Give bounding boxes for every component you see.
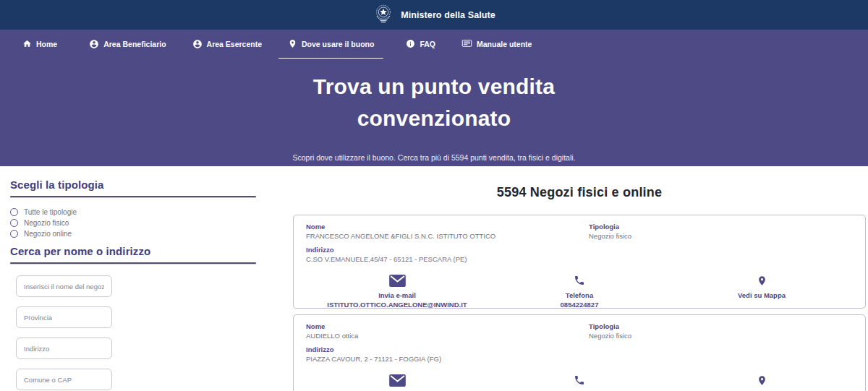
indirizzo-label: Indirizzo xyxy=(306,245,589,254)
comune-cap-input[interactable] xyxy=(16,369,112,390)
nav-item-manuale-utente[interactable]: Manuale utente xyxy=(452,32,541,56)
search-heading: Cerca per nome o indirizzo xyxy=(10,245,260,257)
phone-action-label: Telefona xyxy=(566,291,593,299)
nav-item-area-esercente[interactable]: Area Esercente xyxy=(183,32,271,56)
provincia-input[interactable] xyxy=(16,306,112,328)
map-action-label: Vedi su Mappa xyxy=(738,291,786,299)
phone-action-value[interactable]: 0854224827 xyxy=(561,301,599,309)
main-nav: Home Area Beneficiario Area Esercente Do… xyxy=(0,30,868,58)
radio-tutte-le-tipologie[interactable]: Tutte le tipologie xyxy=(10,208,260,216)
search-inputs xyxy=(10,275,260,390)
person-icon xyxy=(89,39,99,49)
nav-item-dove-usare-il-buono[interactable]: Dove usare il buono xyxy=(278,32,383,56)
tipologia-value: Negozio fisico xyxy=(589,331,853,340)
page-title-line1: Trova un punto vendita xyxy=(313,74,555,98)
page-subtitle: Scopri dove utilizzare il buono. Cerca t… xyxy=(0,153,868,162)
typology-radio-group: Tutte le tipologie Negozio fisico Negozi… xyxy=(10,208,260,238)
tipologia-label: Tipologia xyxy=(589,222,853,231)
filter-sidebar: Scegli la tipologia Tutte le tipologie N… xyxy=(0,166,260,391)
divider xyxy=(10,196,256,197)
store-card: Nome AUDIELLO ottica Indirizzo PIAZZA CA… xyxy=(293,314,866,391)
radio-label: Negozio online xyxy=(24,230,72,238)
nome-value: FRANCESCO ANGELONE &FIGLI S.N.C. ISTITUT… xyxy=(306,231,589,241)
radio-circle-icon[interactable] xyxy=(10,208,18,216)
map-action[interactable]: Vedi su Mappa xyxy=(671,374,853,391)
nome-label: Nome xyxy=(306,222,589,231)
brand-title: Ministero della Salute xyxy=(401,10,495,20)
italy-emblem-icon xyxy=(373,3,394,27)
page-title-line2: convenzionato xyxy=(357,106,511,130)
main-content: Scegli la tipologia Tutte le tipologie N… xyxy=(0,166,868,391)
nav-label: Area Esercente xyxy=(207,40,262,48)
envelope-icon xyxy=(389,374,406,387)
indirizzo-value: C.SO V.EMANUELE,45/47 - 65121 - PESCARA … xyxy=(306,254,589,264)
nav-label: Area Beneficiario xyxy=(103,40,166,48)
indirizzo-input[interactable] xyxy=(16,338,112,359)
results-count-heading: 5594 Negozi fisici e online xyxy=(293,185,866,200)
tipologia-value: Negozio fisico xyxy=(589,231,853,241)
nav-item-area-beneficiario[interactable]: Area Beneficiario xyxy=(80,32,175,56)
map-pin-icon xyxy=(757,274,767,287)
person-icon xyxy=(192,39,203,49)
home-icon xyxy=(22,39,32,48)
nav-item-faq[interactable]: FAQ xyxy=(396,32,445,56)
radio-label: Tutte le tipologie xyxy=(24,208,77,216)
indirizzo-value: PIAZZA CAVOUR, 2 - 71121 - FOGGIA (FG) xyxy=(306,354,589,364)
nav-label: Home xyxy=(36,40,57,48)
hero-banner: Trova un punto vendita convenzionato Sco… xyxy=(0,58,868,166)
gov-header: Ministero della Salute xyxy=(0,0,868,30)
email-action-label: Invia e-mail xyxy=(378,291,416,299)
store-name-input[interactable] xyxy=(16,275,112,297)
send-email-action[interactable]: Invia e-mail xyxy=(306,374,488,391)
map-action[interactable]: Vedi su Mappa xyxy=(671,274,853,309)
map-pin-icon xyxy=(757,374,767,387)
phone-icon xyxy=(574,274,585,287)
nav-label: FAQ xyxy=(420,40,435,48)
email-action-value[interactable]: ISTITUTO.OTTICO.ANGELONE@INWIND.IT xyxy=(327,301,467,309)
page-title: Trova un punto vendita convenzionato xyxy=(0,71,868,134)
store-card: Nome FRANCESCO ANGELONE &FIGLI S.N.C. IS… xyxy=(293,215,866,309)
envelope-icon xyxy=(389,274,406,287)
map-pin-icon xyxy=(288,39,297,48)
radio-circle-icon[interactable] xyxy=(10,219,18,227)
info-icon xyxy=(406,39,415,48)
tipologia-label: Tipologia xyxy=(589,322,853,331)
phone-action[interactable]: Telefona xyxy=(488,374,671,391)
radio-negozio-online[interactable]: Negozio online xyxy=(10,230,260,238)
manual-icon xyxy=(461,39,472,48)
radio-negozio-fisico[interactable]: Negozio fisico xyxy=(10,219,260,227)
nav-item-home[interactable]: Home xyxy=(13,32,67,56)
nome-value: AUDIELLO ottica xyxy=(306,331,589,340)
phone-action[interactable]: Telefona 0854224827 xyxy=(488,274,671,309)
divider xyxy=(10,262,256,264)
nav-label: Dove usare il buono xyxy=(302,40,374,48)
indirizzo-label: Indirizzo xyxy=(306,345,589,354)
nav-label: Manuale utente xyxy=(477,40,532,48)
typology-heading: Scegli la tipologia xyxy=(10,179,260,191)
send-email-action[interactable]: Invia e-mail ISTITUTO.OTTICO.ANGELONE@IN… xyxy=(306,274,488,309)
phone-icon xyxy=(574,374,585,387)
radio-circle-icon[interactable] xyxy=(10,230,18,238)
results-panel: 5594 Negozi fisici e online Nome FRANCES… xyxy=(293,166,866,391)
nome-label: Nome xyxy=(306,322,589,331)
radio-label: Negozio fisico xyxy=(24,219,69,227)
